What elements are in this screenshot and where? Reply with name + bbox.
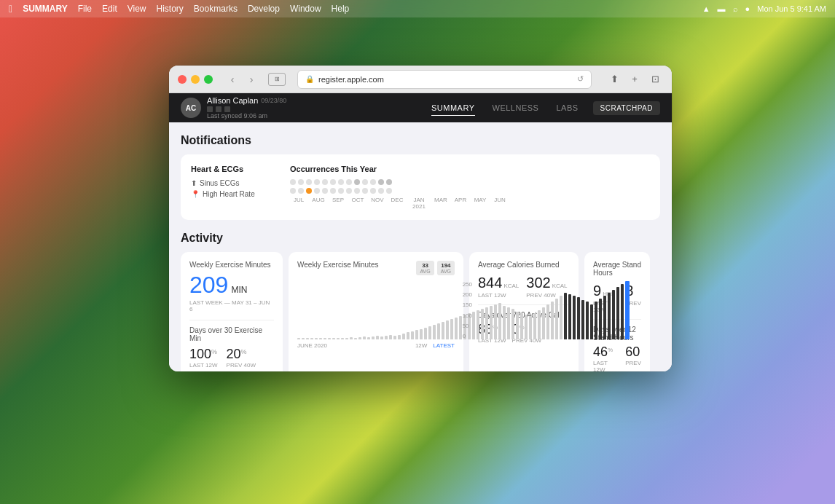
nav-wellness[interactable]: WELLNESS bbox=[493, 101, 539, 116]
notif-card-title: Heart & ECGs bbox=[191, 165, 278, 173]
desktop:  SUMMARY File Edit View History Bookmar… bbox=[0, 0, 835, 504]
stand-days-stat2: 60 PREV bbox=[625, 344, 641, 371]
menu-window[interactable]: Window bbox=[290, 4, 321, 14]
battery-icon: ▬ bbox=[718, 4, 726, 13]
nav-labs[interactable]: LABS bbox=[556, 101, 578, 116]
bar-35 bbox=[450, 319, 453, 339]
minimize-button[interactable] bbox=[191, 75, 200, 84]
month-jan: JAN 2021 bbox=[408, 197, 430, 210]
exercise-stat-row: 100% LAST 12W 20% PREV 40W bbox=[189, 347, 274, 369]
bar-1 bbox=[302, 338, 305, 339]
exercise-card-title: Weekly Exercise Minutes bbox=[189, 261, 274, 269]
bar-26 bbox=[411, 331, 414, 339]
calories-unit1: KCAL bbox=[503, 283, 519, 289]
stand-days-label2: PREV bbox=[625, 360, 641, 366]
browser-chrome: ‹ › ⊞ 🔒 register.apple.com ↺ ⬆ + ⊡ bbox=[169, 66, 672, 93]
bar-32 bbox=[437, 323, 440, 339]
bar-11 bbox=[345, 338, 348, 339]
nav-summary[interactable]: SUMMARY bbox=[431, 101, 475, 116]
back-button[interactable]: ‹ bbox=[224, 71, 240, 87]
dot-r1-10 bbox=[362, 179, 368, 185]
timeline-row2 bbox=[290, 188, 650, 194]
sidebar-button[interactable]: ⊡ bbox=[647, 71, 663, 87]
bar-59 bbox=[555, 299, 558, 339]
user-dob: 09/23/80 bbox=[261, 97, 286, 104]
user-avatar[interactable]: AC bbox=[181, 98, 201, 118]
dot-r1-2 bbox=[298, 179, 304, 185]
share-button[interactable]: ⬆ bbox=[606, 71, 622, 87]
bar-24 bbox=[402, 334, 405, 339]
bar-47 bbox=[503, 306, 506, 339]
bar-75 bbox=[625, 281, 630, 339]
dot-r1-5 bbox=[322, 179, 328, 185]
chart-badges: 33 AVG 194 AVG bbox=[416, 261, 455, 275]
dot-r2-2 bbox=[298, 188, 304, 194]
exercise-unit: MIN bbox=[231, 285, 247, 295]
bar-50 bbox=[516, 312, 519, 339]
close-button[interactable] bbox=[178, 75, 187, 84]
bar-21 bbox=[389, 335, 392, 339]
bar-15 bbox=[363, 336, 366, 339]
exercise-minutes-card: Weekly Exercise Minutes 209 MIN LAST WEE… bbox=[181, 252, 283, 371]
menu-edit[interactable]: Edit bbox=[102, 4, 117, 14]
bar-41 bbox=[477, 310, 479, 339]
month-nov: NOV bbox=[369, 197, 386, 210]
exercise-stat2-label: PREV 40W bbox=[227, 362, 256, 369]
stand-days-unit1: % bbox=[608, 347, 613, 353]
fullscreen-button[interactable] bbox=[204, 75, 213, 84]
menu-history[interactable]: History bbox=[157, 4, 184, 14]
dot-r2-1 bbox=[290, 188, 296, 194]
menu-help[interactable]: Help bbox=[332, 4, 350, 14]
bar-29 bbox=[424, 328, 427, 339]
dot-r1-3 bbox=[306, 179, 312, 185]
month-may: MAY bbox=[471, 197, 489, 210]
apple-menu[interactable]:  bbox=[9, 3, 12, 15]
bar-31 bbox=[433, 325, 436, 339]
dot-r1-9 bbox=[354, 179, 360, 185]
tab-overview-button[interactable]: ⊞ bbox=[268, 73, 286, 86]
bar-25 bbox=[407, 332, 409, 339]
ecg-icon: ⬆ bbox=[191, 179, 197, 187]
bar-74 bbox=[621, 284, 624, 339]
exercise-value-row: 209 MIN bbox=[189, 273, 274, 296]
bar-73 bbox=[616, 287, 619, 339]
timeline-row1 bbox=[290, 179, 650, 185]
menu-develop[interactable]: Develop bbox=[248, 4, 280, 14]
bar-55 bbox=[538, 310, 541, 339]
app-header: AC Allison Caplan 09/23/80 Last synced 9… bbox=[169, 93, 672, 122]
menu-file[interactable]: File bbox=[78, 4, 92, 14]
bar-8 bbox=[332, 338, 335, 339]
exercise-stat1-label: LAST 12W bbox=[189, 362, 218, 369]
menu-view[interactable]: View bbox=[128, 4, 146, 14]
menu-safari[interactable]: SUMMARY bbox=[23, 4, 68, 14]
stand-val1: 9 bbox=[593, 283, 601, 299]
heart-rate-icon: 📍 bbox=[191, 190, 200, 198]
month-aug: AUG bbox=[310, 197, 327, 210]
legend-latest: LATEST bbox=[433, 342, 455, 349]
menu-bookmarks[interactable]: Bookmarks bbox=[194, 4, 238, 14]
user-icon: ● bbox=[745, 4, 750, 13]
dot-r2-12 bbox=[378, 188, 384, 194]
dot-r2-3 bbox=[306, 188, 312, 194]
forward-button[interactable]: › bbox=[243, 71, 259, 87]
chart-badge-33: 33 AVG bbox=[416, 261, 434, 275]
notifications-section-title: Notifications bbox=[181, 134, 660, 147]
lock-icon: 🔒 bbox=[305, 75, 314, 83]
bar-48 bbox=[507, 307, 510, 339]
reload-icon[interactable]: ↺ bbox=[577, 74, 584, 84]
scratchpad-button[interactable]: SCRATCHPAD bbox=[593, 101, 660, 115]
exercise-stat2-unit: % bbox=[241, 348, 247, 355]
url-bar[interactable]: 🔒 register.apple.com ↺ bbox=[297, 70, 592, 89]
app-content: AC Allison Caplan 09/23/80 Last synced 9… bbox=[169, 93, 672, 371]
notifications-card: Heart & ECGs ⬆ Sinus ECGs 📍 High Heart R… bbox=[181, 154, 660, 220]
search-icon[interactable]: ⌕ bbox=[733, 4, 738, 13]
exercise-value: 209 bbox=[189, 273, 228, 296]
url-text: register.apple.com bbox=[318, 75, 384, 84]
month-sep: SEP bbox=[329, 197, 347, 210]
bar-4 bbox=[315, 338, 318, 339]
dot-r2-8 bbox=[346, 188, 352, 194]
chart-header: Weekly Exercise Minutes 33 AVG 194 AVG bbox=[297, 261, 455, 275]
bar-7 bbox=[328, 338, 331, 339]
new-tab-button[interactable]: + bbox=[627, 71, 643, 87]
bar-0 bbox=[297, 338, 300, 339]
